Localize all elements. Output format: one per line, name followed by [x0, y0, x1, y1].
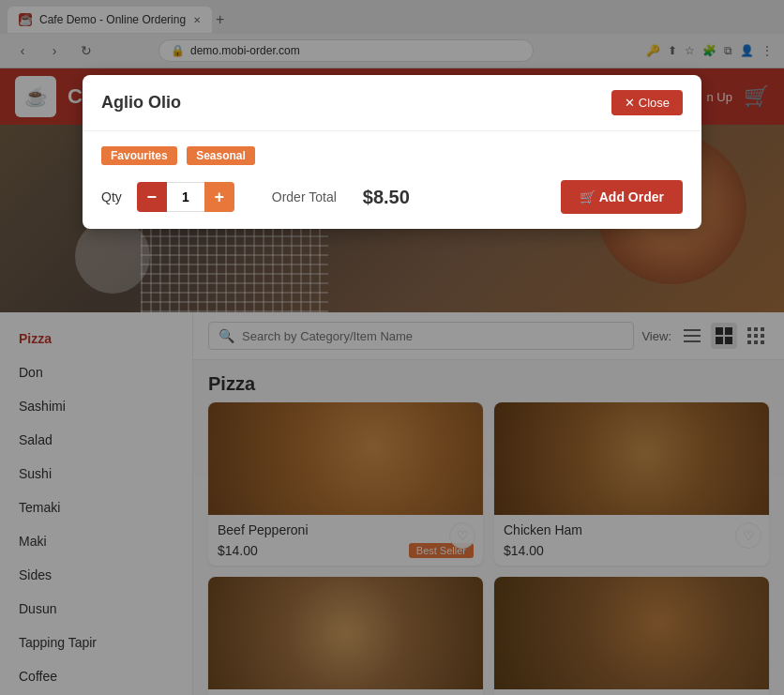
modal: Aglio Olio ✕ Close Favourites Seasonal Q… — [83, 75, 701, 229]
modal-order-row: Qty − 1 + Order Total $8.50 🛒 Add Order — [101, 180, 683, 214]
qty-label: Qty — [101, 189, 122, 204]
modal-body: Favourites Seasonal Qty − 1 + Order Tota… — [83, 131, 701, 229]
add-order-button[interactable]: 🛒 Add Order — [561, 180, 683, 214]
modal-tags: Favourites Seasonal — [101, 146, 683, 165]
order-total-value: $8.50 — [363, 187, 410, 208]
qty-controls: − 1 + — [137, 182, 234, 212]
modal-overlay[interactable]: Aglio Olio ✕ Close Favourites Seasonal Q… — [0, 0, 784, 695]
qty-plus-button[interactable]: + — [204, 182, 234, 212]
qty-value: 1 — [167, 182, 204, 212]
modal-title: Aglio Olio — [101, 93, 181, 113]
tag-favourites: Favourites — [101, 146, 177, 165]
qty-minus-button[interactable]: − — [137, 182, 167, 212]
modal-close-button[interactable]: ✕ Close — [611, 90, 683, 115]
tag-seasonal: Seasonal — [187, 146, 255, 165]
order-total-label: Order Total — [272, 189, 337, 204]
modal-header: Aglio Olio ✕ Close — [83, 75, 701, 131]
